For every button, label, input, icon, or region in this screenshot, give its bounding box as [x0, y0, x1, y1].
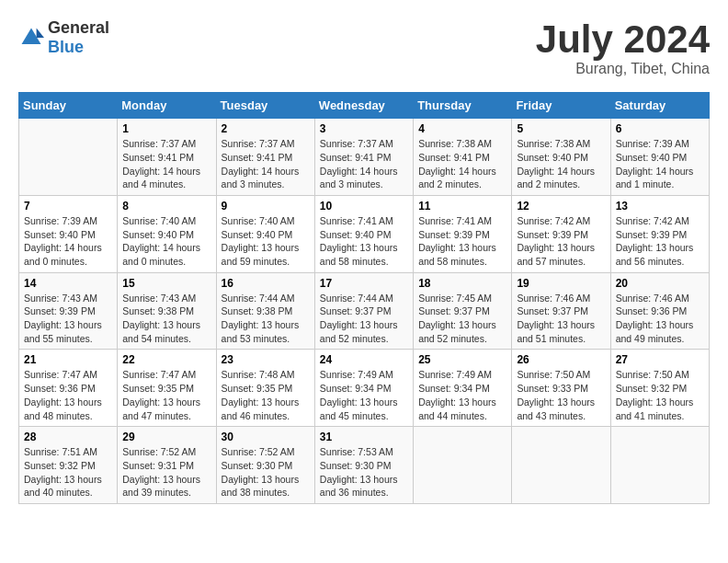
calendar-cell: 24Sunrise: 7:49 AM Sunset: 9:34 PM Dayli… [314, 350, 413, 427]
day-info: Sunrise: 7:49 AM Sunset: 9:34 PM Dayligh… [418, 368, 506, 422]
logo-icon [18, 25, 44, 51]
day-info: Sunrise: 7:39 AM Sunset: 9:40 PM Dayligh… [616, 137, 704, 191]
calendar-cell: 23Sunrise: 7:48 AM Sunset: 9:35 PM Dayli… [216, 350, 314, 427]
day-info: Sunrise: 7:48 AM Sunset: 9:35 PM Dayligh… [222, 368, 310, 422]
calendar-cell: 12Sunrise: 7:42 AM Sunset: 9:39 PM Dayli… [512, 195, 610, 272]
calendar-cell: 8Sunrise: 7:40 AM Sunset: 9:40 PM Daylig… [118, 195, 216, 272]
weekday-header-row: SundayMondayTuesdayWednesdayThursdayFrid… [19, 93, 710, 119]
weekday-header-friday: Friday [512, 93, 610, 119]
day-number: 18 [418, 277, 506, 290]
day-info: Sunrise: 7:50 AM Sunset: 9:32 PM Dayligh… [616, 368, 704, 422]
logo-blue: Blue [48, 38, 84, 56]
day-info: Sunrise: 7:42 AM Sunset: 9:39 PM Dayligh… [616, 214, 704, 269]
weekday-header-sunday: Sunday [19, 93, 118, 119]
calendar-cell: 9Sunrise: 7:40 AM Sunset: 9:40 PM Daylig… [216, 195, 314, 272]
day-number: 21 [24, 353, 112, 366]
main-title: July 2024 [536, 18, 710, 61]
calendar-cell: 17Sunrise: 7:44 AM Sunset: 9:37 PM Dayli… [314, 272, 413, 350]
day-info: Sunrise: 7:40 AM Sunset: 9:40 PM Dayligh… [222, 214, 310, 269]
calendar-cell: 2Sunrise: 7:37 AM Sunset: 9:41 PM Daylig… [216, 119, 314, 196]
day-number: 26 [517, 353, 605, 366]
day-number: 23 [222, 353, 310, 366]
day-info: Sunrise: 7:41 AM Sunset: 9:40 PM Dayligh… [320, 214, 408, 269]
day-number: 11 [418, 200, 506, 213]
calendar-cell: 22Sunrise: 7:47 AM Sunset: 9:35 PM Dayli… [118, 350, 216, 427]
week-row-3: 14Sunrise: 7:43 AM Sunset: 9:39 PM Dayli… [19, 272, 710, 350]
day-info: Sunrise: 7:45 AM Sunset: 9:37 PM Dayligh… [418, 292, 506, 346]
logo-text: General Blue [48, 18, 109, 57]
day-number: 19 [517, 277, 605, 290]
day-info: Sunrise: 7:50 AM Sunset: 9:33 PM Dayligh… [517, 368, 605, 422]
day-number: 5 [517, 122, 605, 135]
day-info: Sunrise: 7:44 AM Sunset: 9:37 PM Dayligh… [320, 292, 408, 346]
day-number: 28 [24, 431, 112, 443]
day-info: Sunrise: 7:47 AM Sunset: 9:36 PM Dayligh… [24, 368, 112, 422]
calendar-cell: 19Sunrise: 7:46 AM Sunset: 9:37 PM Dayli… [512, 272, 610, 350]
calendar-cell: 29Sunrise: 7:52 AM Sunset: 9:31 PM Dayli… [118, 427, 216, 504]
logo-general: General [48, 18, 109, 37]
day-number: 6 [616, 122, 704, 135]
day-info: Sunrise: 7:43 AM Sunset: 9:39 PM Dayligh… [24, 292, 112, 346]
calendar-cell: 10Sunrise: 7:41 AM Sunset: 9:40 PM Dayli… [314, 195, 413, 272]
day-number: 20 [616, 277, 704, 290]
calendar-cell: 11Sunrise: 7:41 AM Sunset: 9:39 PM Dayli… [414, 195, 512, 272]
calendar-cell: 16Sunrise: 7:44 AM Sunset: 9:38 PM Dayli… [216, 272, 314, 350]
calendar-cell: 5Sunrise: 7:38 AM Sunset: 9:40 PM Daylig… [512, 119, 610, 196]
weekday-header-tuesday: Tuesday [216, 93, 314, 119]
page-header: General Blue July 2024 Burang, Tibet, Ch… [18, 18, 710, 77]
weekday-header-saturday: Saturday [610, 93, 709, 119]
day-number: 13 [616, 200, 704, 213]
calendar-cell: 14Sunrise: 7:43 AM Sunset: 9:39 PM Dayli… [19, 272, 118, 350]
day-number: 24 [320, 353, 408, 366]
calendar-cell [512, 427, 610, 504]
calendar-cell: 27Sunrise: 7:50 AM Sunset: 9:32 PM Dayli… [610, 350, 709, 427]
calendar-cell: 3Sunrise: 7:37 AM Sunset: 9:41 PM Daylig… [314, 119, 413, 196]
weekday-header-monday: Monday [118, 93, 216, 119]
day-info: Sunrise: 7:46 AM Sunset: 9:37 PM Dayligh… [517, 292, 605, 346]
day-info: Sunrise: 7:52 AM Sunset: 9:30 PM Dayligh… [222, 445, 310, 500]
calendar-cell: 20Sunrise: 7:46 AM Sunset: 9:36 PM Dayli… [610, 272, 709, 350]
day-number: 3 [320, 122, 408, 135]
day-number: 25 [418, 353, 506, 366]
day-info: Sunrise: 7:49 AM Sunset: 9:34 PM Dayligh… [320, 368, 408, 422]
subtitle: Burang, Tibet, China [536, 61, 710, 77]
week-row-4: 21Sunrise: 7:47 AM Sunset: 9:36 PM Dayli… [19, 350, 710, 427]
day-number: 2 [222, 122, 310, 135]
day-number: 16 [222, 277, 310, 290]
day-number: 8 [122, 200, 210, 213]
day-info: Sunrise: 7:40 AM Sunset: 9:40 PM Dayligh… [122, 214, 210, 269]
day-info: Sunrise: 7:37 AM Sunset: 9:41 PM Dayligh… [122, 137, 210, 191]
calendar-table: SundayMondayTuesdayWednesdayThursdayFrid… [18, 92, 710, 504]
calendar-cell [610, 427, 709, 504]
day-number: 22 [122, 353, 210, 366]
week-row-5: 28Sunrise: 7:51 AM Sunset: 9:32 PM Dayli… [19, 427, 710, 504]
weekday-header-thursday: Thursday [414, 93, 512, 119]
calendar-cell: 4Sunrise: 7:38 AM Sunset: 9:41 PM Daylig… [414, 119, 512, 196]
day-info: Sunrise: 7:43 AM Sunset: 9:38 PM Dayligh… [122, 292, 210, 346]
calendar-cell: 18Sunrise: 7:45 AM Sunset: 9:37 PM Dayli… [414, 272, 512, 350]
calendar-cell: 28Sunrise: 7:51 AM Sunset: 9:32 PM Dayli… [19, 427, 118, 504]
day-number: 1 [122, 122, 210, 135]
day-info: Sunrise: 7:44 AM Sunset: 9:38 PM Dayligh… [222, 292, 310, 346]
calendar-cell [414, 427, 512, 504]
logo: General Blue [18, 18, 109, 57]
day-info: Sunrise: 7:52 AM Sunset: 9:31 PM Dayligh… [122, 445, 210, 500]
calendar-cell: 1Sunrise: 7:37 AM Sunset: 9:41 PM Daylig… [118, 119, 216, 196]
day-info: Sunrise: 7:38 AM Sunset: 9:41 PM Dayligh… [418, 137, 506, 191]
calendar-cell [19, 119, 118, 196]
day-info: Sunrise: 7:39 AM Sunset: 9:40 PM Dayligh… [24, 214, 112, 269]
day-info: Sunrise: 7:38 AM Sunset: 9:40 PM Dayligh… [517, 137, 605, 191]
day-number: 4 [418, 122, 506, 135]
svg-marker-1 [37, 29, 44, 39]
day-info: Sunrise: 7:37 AM Sunset: 9:41 PM Dayligh… [320, 137, 408, 191]
calendar-cell: 25Sunrise: 7:49 AM Sunset: 9:34 PM Dayli… [414, 350, 512, 427]
calendar-cell: 13Sunrise: 7:42 AM Sunset: 9:39 PM Dayli… [610, 195, 709, 272]
day-number: 9 [222, 200, 310, 213]
day-info: Sunrise: 7:37 AM Sunset: 9:41 PM Dayligh… [222, 137, 310, 191]
calendar-cell: 6Sunrise: 7:39 AM Sunset: 9:40 PM Daylig… [610, 119, 709, 196]
day-info: Sunrise: 7:47 AM Sunset: 9:35 PM Dayligh… [122, 368, 210, 422]
day-number: 14 [24, 277, 112, 290]
day-info: Sunrise: 7:51 AM Sunset: 9:32 PM Dayligh… [24, 445, 112, 500]
week-row-1: 1Sunrise: 7:37 AM Sunset: 9:41 PM Daylig… [19, 119, 710, 196]
day-number: 7 [24, 200, 112, 213]
